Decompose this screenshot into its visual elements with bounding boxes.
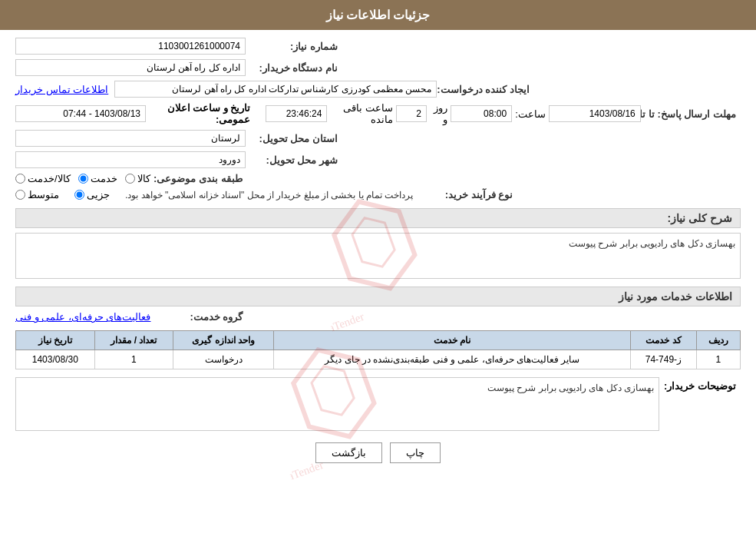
buyer-notes-box: بهسازی دکل های رادیویی برابر شرح پیوست	[15, 377, 659, 431]
col-row-num: ردیف	[696, 331, 740, 350]
creator-input[interactable]	[114, 81, 437, 98]
province-input[interactable]	[15, 130, 246, 147]
service-group-row: گروه خدمت: فعالیت‌های حرفه‌ای، علمی و فن…	[15, 311, 741, 323]
col-quantity: تعداد / مقدار	[94, 331, 173, 350]
general-desc-title: شرح کلی نیاز:	[15, 208, 741, 228]
deadline-days-label: روز و	[430, 102, 447, 125]
page-container: جزئیات اطلاعات نیاز شماره نیاز: نام دستگ…	[0, 0, 756, 540]
category-label-2: خدمت	[91, 173, 117, 184]
main-content: شماره نیاز: نام دستگاه خریدار: ایجاد کنن…	[0, 30, 756, 482]
cell-row-num: 1	[696, 350, 740, 369]
category-radio-2[interactable]	[78, 174, 88, 184]
creator-label: ایجاد کننده درخواست:	[437, 84, 530, 95]
print-button[interactable]: چاپ	[390, 442, 441, 463]
cell-quantity: 1	[94, 350, 173, 369]
button-row: چاپ بازگشت	[15, 442, 741, 463]
col-date: تاریخ نیاز	[16, 331, 95, 350]
announce-input[interactable]	[15, 105, 146, 122]
general-desc-box: بهسازی دکل های رادیویی برابر شرح پیوست	[15, 233, 741, 279]
deadline-time-input[interactable]	[451, 105, 512, 122]
creator-row: ایجاد کننده درخواست: اطلاعات تماس خریدار	[15, 81, 741, 98]
category-radio-group: کالا/خدمت خدمت کالا	[15, 173, 150, 184]
contact-info-link[interactable]: اطلاعات تماس خریدار	[15, 84, 108, 95]
buyer-notes-container: بهسازی دکل های رادیویی برابر شرح پیوست A…	[15, 377, 659, 431]
buyer-notes-area: بهسازی دکل های رادیویی برابر شرح پیوست A…	[15, 377, 659, 431]
buyer-notes-label: توضیحات خریدار:	[659, 377, 736, 392]
purchase-type-label-2: جزیی	[87, 189, 110, 200]
category-label-1: کالا/خدمت	[28, 173, 71, 184]
need-number-input[interactable]	[15, 38, 246, 55]
buyer-org-row: نام دستگاه خریدار:	[15, 59, 741, 76]
back-button[interactable]: بازگشت	[315, 442, 382, 463]
cell-service-code: ز-749-74	[631, 350, 697, 369]
category-option-3[interactable]: کالا	[125, 173, 150, 184]
need-number-label: شماره نیاز:	[246, 41, 338, 52]
purchase-type-label: نوع فرآیند خرید:	[421, 189, 513, 200]
province-row: استان محل تحویل:	[15, 130, 741, 147]
cell-date: 1403/08/30	[16, 350, 95, 369]
purchase-type-option-2[interactable]: جزیی	[74, 189, 110, 200]
deadline-date-input[interactable]	[549, 105, 641, 122]
category-option-2[interactable]: خدمت	[78, 173, 117, 184]
services-table-container: ردیف کد خدمت نام خدمت واحد اندازه گیری ت…	[15, 330, 741, 369]
buyer-org-input[interactable]	[15, 59, 246, 76]
cell-unit: درخواست	[173, 350, 274, 369]
category-option-1[interactable]: کالا/خدمت	[15, 173, 71, 184]
category-label-3: کالا	[137, 173, 150, 184]
page-title: جزئیات اطلاعات نیاز	[326, 8, 431, 22]
col-service-name: نام خدمت	[274, 331, 631, 350]
category-radio-3[interactable]	[125, 174, 135, 184]
purchase-type-row: نوع فرآیند خرید: متوسط جزیی پرداخت تمام …	[15, 189, 741, 200]
purchase-type-label-1: متوسط	[28, 189, 59, 200]
page-header: جزئیات اطلاعات نیاز	[0, 0, 756, 30]
purchase-type-option-1[interactable]: متوسط	[15, 189, 59, 200]
col-unit: واحد اندازه گیری	[173, 331, 274, 350]
table-row: 1 ز-749-74 سایر فعالیت‌های حرفه‌ای، علمی…	[16, 350, 741, 369]
table-header-row: ردیف کد خدمت نام خدمت واحد اندازه گیری ت…	[16, 331, 741, 350]
deadline-time-label: ساعت:	[515, 108, 546, 120]
general-desc-area: بهسازی دکل های رادیویی برابر شرح پیوست A…	[15, 233, 741, 279]
services-table: ردیف کد خدمت نام خدمت واحد اندازه گیری ت…	[15, 330, 741, 369]
category-radio-1[interactable]	[15, 174, 25, 184]
deadline-remaining-input[interactable]	[266, 105, 327, 122]
deadline-row: مهلت ارسال پاسخ: تا تاریخ: ساعت: روز و س…	[15, 102, 741, 125]
service-group-label: گروه خدمت:	[150, 311, 243, 323]
buyer-notes-row: توضیحات خریدار: بهسازی دکل های رادیویی ب…	[15, 377, 741, 431]
category-label: طبقه بندی موضوعی:	[150, 173, 243, 184]
service-group-value[interactable]: فعالیت‌های حرفه‌ای، علمی و فنی	[15, 311, 150, 323]
services-section-title: اطلاعات خدمات مورد نیاز	[15, 287, 741, 306]
need-number-row: شماره نیاز:	[15, 38, 741, 55]
city-input[interactable]	[15, 151, 246, 168]
deadline-label: مهلت ارسال پاسخ: تا تاریخ:	[641, 108, 736, 120]
purchase-type-group: متوسط جزیی پرداخت تمام یا بخشی از مبلغ خ…	[15, 189, 421, 200]
purchase-type-note: پرداخت تمام یا بخشی از مبلغ خریدار از مح…	[125, 190, 413, 200]
deadline-days-input[interactable]	[396, 105, 427, 122]
announce-label: تاریخ و ساعت اعلان عمومی:	[149, 102, 250, 125]
buyer-org-label: نام دستگاه خریدار:	[246, 62, 338, 74]
province-label: استان محل تحویل:	[246, 133, 338, 144]
purchase-type-radio-2[interactable]	[74, 190, 84, 200]
col-service-code: کد خدمت	[631, 331, 697, 350]
category-row: طبقه بندی موضوعی: کالا/خدمت خدمت کالا	[15, 173, 741, 184]
deadline-remaining-label: ساعت باقی مانده	[330, 102, 393, 125]
cell-service-name: سایر فعالیت‌های حرفه‌ای، علمی و فنی طبقه…	[274, 350, 631, 369]
city-label: شهر محل تحویل:	[246, 154, 338, 166]
purchase-type-radio-1[interactable]	[15, 190, 25, 200]
city-row: شهر محل تحویل:	[15, 151, 741, 168]
